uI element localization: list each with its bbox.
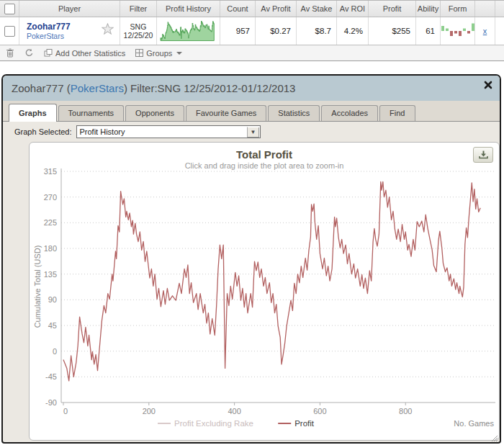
add-other-statistics-button[interactable]: Add Other Statistics: [44, 49, 125, 58]
col-av-profit[interactable]: Av Profit: [256, 1, 297, 17]
add-other-statistics-label: Add Other Statistics: [55, 49, 125, 58]
table-toolbar: Add Other Statistics Groups: [0, 45, 504, 61]
graph-select-dropdown[interactable]: Profit History ▼: [76, 125, 261, 138]
filter-line1: SNG: [130, 22, 147, 31]
svg-text:600: 600: [313, 407, 326, 415]
close-icon[interactable]: [482, 79, 494, 91]
graph-selector-row: Graph Selected: Profit History ▼: [3, 122, 500, 141]
svg-text:-90: -90: [45, 398, 57, 407]
svg-text:45: 45: [48, 321, 57, 330]
groups-button[interactable]: Groups: [135, 49, 182, 58]
form-sparkline[interactable]: [441, 17, 475, 45]
tab-tournaments[interactable]: Tournaments: [58, 105, 125, 121]
col-remove: [475, 1, 495, 17]
count-value: 957: [220, 17, 256, 45]
svg-text:90: 90: [48, 295, 57, 304]
col-filter[interactable]: Filter: [120, 1, 157, 17]
svg-text:800: 800: [399, 407, 412, 415]
player-name[interactable]: Zoohar777: [27, 22, 71, 32]
screen: Player Filter Profit History Count Av Pr…: [0, 0, 504, 445]
filter-cell[interactable]: SNG 12/25/20: [120, 17, 157, 45]
resize-grip[interactable]: [490, 431, 498, 439]
col-ability[interactable]: Ability: [416, 1, 441, 17]
svg-text:180: 180: [44, 244, 57, 253]
dropdown-arrow-icon[interactable]: ▼: [247, 127, 259, 138]
select-all-cell: [0, 1, 19, 17]
tab-favourite-games[interactable]: Favourite Games: [186, 105, 266, 121]
col-form[interactable]: Form: [441, 1, 475, 17]
window-title: Zoohar777 (PokerStars) Filter:SNG 12/25/…: [12, 82, 295, 94]
tab-accolades[interactable]: Accolades: [321, 105, 378, 121]
av-stake-value: $8.7: [297, 17, 337, 45]
window-titlebar[interactable]: Zoohar777 (PokerStars) Filter:SNG 12/25/…: [3, 76, 500, 101]
player-site: PokerStars: [27, 32, 64, 41]
profit-history-sparkline[interactable]: [157, 17, 220, 45]
av-roi-value: 4.2%: [337, 17, 369, 45]
av-profit-value: $0.27: [256, 17, 297, 45]
chart-panel[interactable]: Total Profit Click and drag inside the p…: [29, 142, 500, 441]
col-filler: [495, 1, 504, 17]
svg-text:225: 225: [44, 218, 57, 227]
profit-chart[interactable]: 31527022518013590450-45-900200400600800C…: [30, 143, 499, 439]
groups-caret-icon: [176, 52, 182, 55]
delete-button[interactable]: [6, 48, 14, 58]
col-av-roi[interactable]: Av ROI: [337, 1, 369, 17]
player-detail-window: Zoohar777 (PokerStars) Filter:SNG 12/25/…: [1, 74, 501, 444]
player-cell[interactable]: Zoohar777 PokerStars: [19, 17, 120, 45]
tab-statistics[interactable]: Statistics: [268, 105, 320, 121]
tab-strip: Graphs Tournaments Opponents Favourite G…: [3, 101, 500, 122]
add-window-icon: [44, 49, 53, 57]
row-filler: [495, 17, 504, 45]
svg-text:Profit: Profit: [294, 419, 315, 428]
col-player[interactable]: Player: [19, 1, 120, 17]
tab-opponents[interactable]: Opponents: [125, 105, 184, 121]
col-count[interactable]: Count: [220, 1, 256, 17]
profit-value: $255: [369, 17, 416, 45]
svg-text:-45: -45: [45, 372, 57, 381]
svg-text:0: 0: [63, 407, 68, 415]
ability-value: 61: [416, 17, 441, 45]
groups-label: Groups: [146, 49, 172, 58]
table-row[interactable]: Zoohar777 PokerStars SNG 12/25/20 957 $0…: [0, 17, 504, 45]
graph-selected-value: Profit History: [80, 127, 125, 136]
col-profit-history[interactable]: Profit History: [157, 1, 220, 17]
tab-find[interactable]: Find: [379, 105, 415, 121]
refresh-icon: [24, 48, 34, 58]
player-stats-table: Player Filter Profit History Count Av Pr…: [0, 0, 504, 61]
filter-line2: 12/25/20: [124, 31, 153, 40]
title-filter-text: Filter:SNG 12/25/2012-01/12/2013: [130, 82, 295, 94]
svg-text:0: 0: [53, 347, 57, 356]
table-header-row: Player Filter Profit History Count Av Pr…: [0, 1, 504, 17]
svg-text:Profit Excluding Rake: Profit Excluding Rake: [174, 419, 253, 428]
row-checkbox[interactable]: [4, 26, 15, 37]
remove-row-link-cell: x: [475, 17, 495, 45]
groups-icon: [135, 49, 143, 57]
svg-text:270: 270: [44, 193, 57, 202]
select-all-checkbox[interactable]: [4, 4, 15, 14]
col-av-stake[interactable]: Av Stake: [297, 1, 337, 17]
svg-text:Cumulative Total (USD): Cumulative Total (USD): [33, 246, 42, 328]
svg-text:200: 200: [143, 407, 156, 415]
title-site-name[interactable]: PokerStars: [71, 82, 124, 94]
svg-text:135: 135: [44, 270, 57, 279]
svg-text:400: 400: [228, 407, 240, 415]
row-select-cell: [0, 17, 19, 45]
col-profit[interactable]: Profit: [369, 1, 416, 17]
svg-text:No. Games: No. Games: [454, 419, 494, 428]
favorite-star-icon[interactable]: [102, 23, 114, 36]
svg-text:315: 315: [44, 167, 57, 176]
graph-selected-label: Graph Selected:: [14, 127, 72, 136]
trash-icon: [6, 48, 14, 58]
refresh-button[interactable]: [24, 48, 34, 58]
remove-row-link[interactable]: x: [483, 27, 487, 35]
title-player-name: Zoohar777: [12, 82, 64, 94]
tab-graphs[interactable]: Graphs: [9, 104, 57, 122]
